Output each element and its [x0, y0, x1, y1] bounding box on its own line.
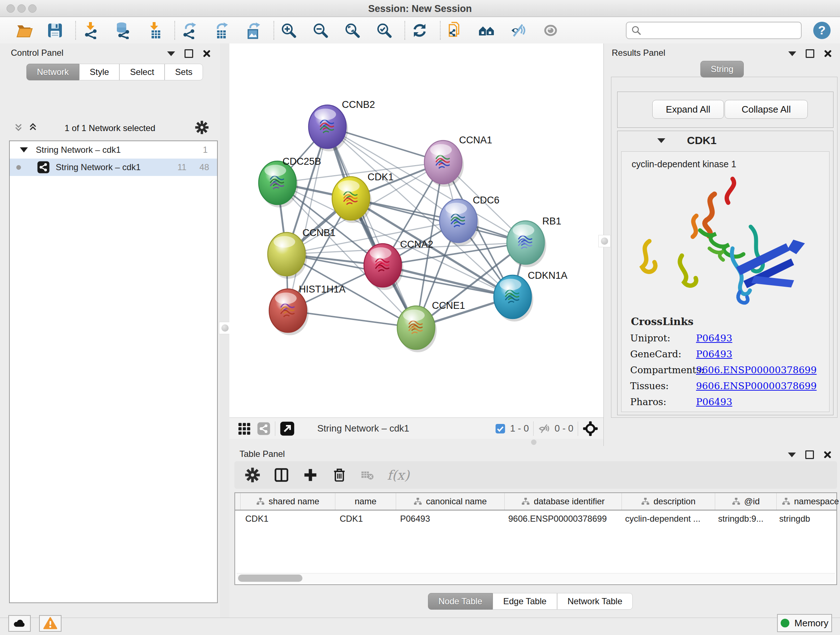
- delete-column-trash-icon[interactable]: [332, 467, 347, 483]
- control-panel-float-icon[interactable]: [185, 49, 193, 58]
- show-hidden-button[interactable]: [540, 19, 561, 41]
- control-panel-close-icon[interactable]: [202, 50, 210, 57]
- column-header-@id[interactable]: @id: [715, 493, 777, 510]
- add-column-icon[interactable]: [302, 467, 318, 483]
- cloud-status-button[interactable]: [8, 615, 31, 632]
- birdseye-crosshair-icon[interactable]: [583, 421, 598, 437]
- node-CDKN1A[interactable]: CDKN1A: [494, 270, 568, 321]
- network-row[interactable]: String Network – cdk1 11 48: [10, 158, 217, 176]
- open-session-button[interactable]: [14, 19, 35, 41]
- node-label-CDC6: CDC6: [473, 195, 500, 206]
- search-input[interactable]: [642, 25, 781, 36]
- save-session-button[interactable]: [44, 19, 66, 41]
- crosslink-link[interactable]: 9606.ENSP00000378699: [696, 364, 816, 375]
- crosslink-link[interactable]: P06493: [696, 348, 732, 359]
- table-horizontal-scrollbar[interactable]: [237, 573, 835, 583]
- selected-checkbox-icon[interactable]: [495, 423, 506, 434]
- tab-select[interactable]: Select: [119, 64, 164, 80]
- column-header-description[interactable]: description: [622, 493, 715, 510]
- zoom-out-button[interactable]: [309, 19, 332, 41]
- grid-view-icon[interactable]: [237, 422, 251, 435]
- scrollbar-thumb[interactable]: [238, 575, 302, 582]
- zoom-fit-button[interactable]: [341, 19, 363, 41]
- node-CDC6[interactable]: CDC6: [439, 195, 500, 245]
- tab-node-table[interactable]: Node Table: [428, 593, 493, 610]
- zoom-in-button[interactable]: [278, 19, 300, 41]
- column-header-database-identifier[interactable]: database identifier: [505, 493, 622, 510]
- table-cell[interactable]: 9606.ENSP00000378699: [503, 510, 620, 527]
- node-label-CCNA2: CCNA2: [400, 239, 433, 250]
- export-network-button[interactable]: [179, 19, 201, 41]
- tree-expander-icon[interactable]: [20, 147, 28, 152]
- protein-structure-image: [624, 172, 827, 314]
- bottom-splitter-handle[interactable]: [531, 440, 537, 445]
- import-network-file-button[interactable]: [80, 19, 101, 41]
- table-panel-menu-icon[interactable]: [788, 453, 796, 457]
- warnings-button[interactable]: [39, 615, 62, 632]
- network-options-gear-icon[interactable]: [195, 120, 209, 136]
- column-header-shared-name[interactable]: shared name: [240, 493, 335, 510]
- crosslink-link[interactable]: 9606.ENSP00000378699: [696, 380, 816, 391]
- import-table-file-button[interactable]: [143, 19, 165, 41]
- export-image-button[interactable]: [242, 19, 264, 41]
- export-table-button[interactable]: [210, 19, 232, 41]
- bottom-splitter[interactable]: [229, 439, 603, 446]
- crosslink-link[interactable]: P06493: [696, 396, 732, 407]
- table-cell[interactable]: stringdb: [774, 510, 840, 527]
- results-panel-menu-icon[interactable]: [788, 51, 796, 56]
- tab-network[interactable]: Network: [27, 64, 79, 80]
- edge-CCNB2-HIST1H1A[interactable]: [288, 127, 327, 310]
- protein-section-header[interactable]: CDK1: [617, 131, 833, 150]
- table-cell[interactable]: stringdb:9...: [713, 510, 774, 527]
- table-settings-gear-icon[interactable]: [245, 467, 261, 483]
- tab-sets[interactable]: Sets: [164, 64, 203, 80]
- node-HIST1H1A[interactable]: HIST1H1A: [269, 284, 346, 335]
- apply-layout-button[interactable]: [409, 19, 431, 41]
- results-panel-float-icon[interactable]: [806, 49, 814, 58]
- table-cell[interactable]: cyclin-dependent ...: [620, 510, 713, 527]
- table-row[interactable]: CDK1CDK1P064939606.ENSP00000378699cyclin…: [235, 510, 836, 527]
- tab-style[interactable]: Style: [79, 64, 119, 80]
- help-button[interactable]: ?: [813, 22, 831, 39]
- memory-button[interactable]: Memory: [777, 614, 832, 632]
- results-panel-close-icon[interactable]: [824, 50, 831, 57]
- column-header-name[interactable]: name: [335, 493, 396, 510]
- network-collection-row[interactable]: String Network – cdk1 1: [10, 141, 217, 158]
- node-CCNB1[interactable]: CCNB1: [268, 227, 336, 279]
- detach-view-icon[interactable]: [279, 421, 295, 436]
- right-splitter-handle[interactable]: [598, 235, 611, 247]
- network-view-share-icon[interactable]: [257, 422, 271, 435]
- hide-selected-button[interactable]: [508, 19, 530, 41]
- table-panel-close-icon[interactable]: [823, 451, 831, 458]
- search-box[interactable]: [626, 22, 802, 39]
- show-all-button[interactable]: [476, 19, 498, 41]
- table-cell[interactable]: CDK1: [335, 510, 395, 527]
- crosslink-link[interactable]: P06493: [696, 333, 732, 344]
- table-cell[interactable]: CDK1: [240, 510, 335, 527]
- column-type-icon: [256, 497, 265, 506]
- control-panel-menu-icon[interactable]: [167, 51, 175, 56]
- column-header-namespace[interactable]: namespace: [777, 493, 840, 510]
- column-header-label: name: [355, 496, 376, 507]
- import-network-database-button[interactable]: [111, 19, 133, 41]
- node-CCNA1[interactable]: CCNA1: [424, 135, 493, 187]
- table-cell[interactable]: P06493: [395, 510, 503, 527]
- edge-CDK1-RB1[interactable]: [351, 198, 526, 242]
- network-canvas[interactable]: CCNB2CCNA1CDC25BCDK1CDC6RB1CCNB1CCNA2CDK…: [229, 43, 603, 417]
- zoom-selected-button[interactable]: [373, 19, 395, 41]
- first-neighbors-button[interactable]: [444, 19, 466, 41]
- column-header-canonical-name[interactable]: canonical name: [396, 493, 505, 510]
- node-CCNE1[interactable]: CCNE1: [397, 300, 465, 352]
- expand-all-button[interactable]: Expand All: [652, 100, 724, 119]
- tab-string[interactable]: String: [700, 61, 744, 78]
- show-columns-icon[interactable]: [273, 467, 289, 483]
- node-label-CDC25B: CDC25B: [283, 156, 321, 167]
- node-RB1[interactable]: RB1: [507, 216, 561, 267]
- edge-CCNB2-CCNE1[interactable]: [327, 127, 416, 328]
- table-panel-float-icon[interactable]: [805, 450, 814, 459]
- node-CCNB2[interactable]: CCNB2: [309, 99, 375, 151]
- collapse-all-button[interactable]: Collapse All: [725, 100, 808, 119]
- tab-edge-table[interactable]: Edge Table: [493, 593, 557, 610]
- section-expander-icon[interactable]: [657, 138, 665, 143]
- tab-network-table[interactable]: Network Table: [557, 593, 633, 610]
